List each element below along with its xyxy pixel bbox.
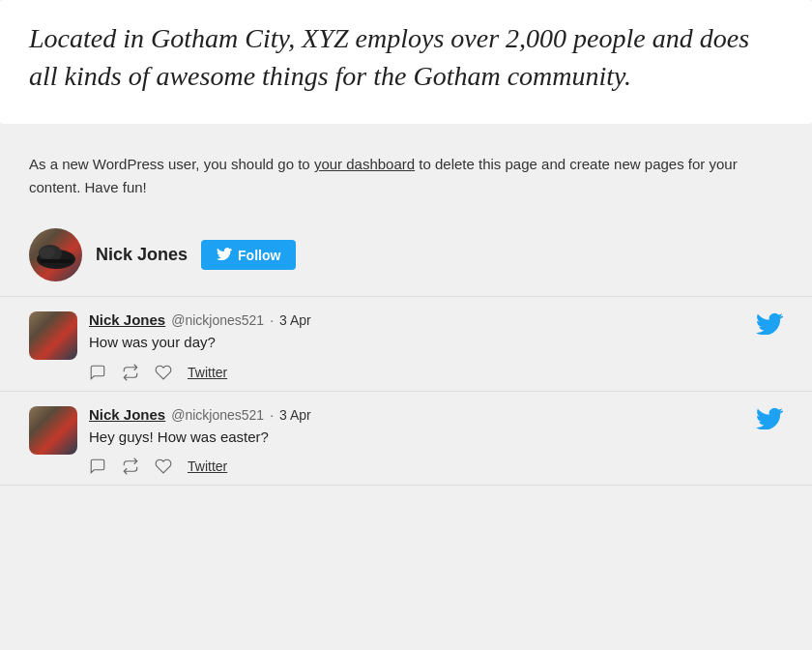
twitter-bird-icon-1: [756, 311, 783, 335]
tweet-meta-2: Nick Jones @nickjones521 · 3 Apr: [89, 406, 746, 423]
tweet-name-1: Nick Jones: [89, 311, 165, 328]
twitter-follow-section: Nick Jones Follow: [0, 219, 812, 296]
tweet-avatar-2: [29, 406, 77, 455]
tweet-handle-2: @nickjones521: [171, 407, 264, 423]
dashboard-link[interactable]: your dashboard: [314, 156, 415, 172]
shoe-icon: [36, 240, 76, 271]
tweet-meta-1: Nick Jones @nickjones521 · 3 Apr: [89, 311, 746, 328]
tweet-date-1: 3 Apr: [279, 312, 311, 328]
twitter-bird-small-icon: [217, 247, 232, 260]
twitter-link-1[interactable]: Twitter: [188, 365, 227, 380]
profile-avatar: [29, 228, 82, 281]
twitter-bird-icon-2: [756, 406, 783, 429]
tweet-date-2: 3 Apr: [279, 407, 311, 423]
tweet-handle-1: @nickjones521: [171, 312, 264, 328]
reply-button-1[interactable]: [89, 364, 106, 381]
follow-button[interactable]: Follow: [201, 240, 296, 270]
twitter-bird-btn-icon: [217, 247, 232, 263]
tweet-actions-2: Twitter: [89, 458, 746, 475]
svg-rect-3: [40, 259, 72, 263]
quote-card: Located in Gotham City, XYZ employs over…: [0, 0, 812, 124]
follow-label: Follow: [238, 248, 280, 263]
retweet-button-2[interactable]: [122, 458, 139, 475]
tweet-name-2: Nick Jones: [89, 406, 165, 423]
retweet-icon-1: [122, 364, 139, 381]
svg-point-2: [40, 247, 55, 258]
tweet-actions-1: Twitter: [89, 364, 746, 381]
tweet-dot-1: ·: [270, 312, 274, 328]
like-button-2[interactable]: [155, 458, 172, 475]
tweet-row-1: Nick Jones @nickjones521 · 3 Apr How was…: [29, 311, 783, 381]
tweet-dot-2: ·: [270, 407, 274, 423]
twitter-link-2[interactable]: Twitter: [188, 458, 227, 474]
tweet-avatar-1: [29, 311, 77, 360]
divider-3: [0, 485, 812, 486]
tweet-content-1: Nick Jones @nickjones521 · 3 Apr How was…: [89, 311, 746, 381]
tweet-text-1: How was your day?: [89, 332, 746, 354]
follow-username: Nick Jones: [96, 245, 188, 265]
tweet-item-2: Nick Jones @nickjones521 · 3 Apr Hey guy…: [0, 392, 812, 486]
page-wrapper: Located in Gotham City, XYZ employs over…: [0, 0, 812, 486]
wp-notice-text: As a new WordPress user, you should go t…: [29, 153, 783, 199]
wp-notice: As a new WordPress user, you should go t…: [0, 143, 812, 219]
like-icon-1: [155, 364, 172, 381]
tweet-row-2: Nick Jones @nickjones521 · 3 Apr Hey guy…: [29, 406, 783, 476]
reply-button-2[interactable]: [89, 458, 106, 475]
reply-icon-2: [89, 458, 106, 475]
reply-icon-1: [89, 364, 106, 381]
tweet-content-2: Nick Jones @nickjones521 · 3 Apr Hey guy…: [89, 406, 746, 476]
retweet-icon-2: [122, 458, 139, 475]
tweet-text-2: Hey guys! How was easter?: [89, 427, 746, 449]
tweet-item-1: Nick Jones @nickjones521 · 3 Apr How was…: [0, 297, 812, 391]
like-button-1[interactable]: [155, 364, 172, 381]
retweet-button-1[interactable]: [122, 364, 139, 381]
quote-text: Located in Gotham City, XYZ employs over…: [29, 19, 783, 95]
like-icon-2: [155, 458, 172, 475]
